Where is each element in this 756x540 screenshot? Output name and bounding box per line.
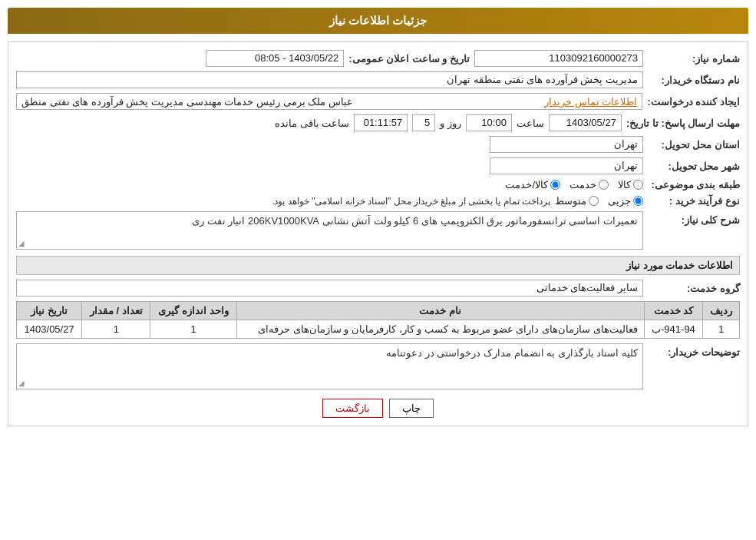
- noeFarayand-group: جزیی متوسط: [555, 195, 643, 207]
- ijadKonande-value: عباس ملک برمی رئیس خدمات مهندسی مدیریت پ…: [16, 93, 642, 110]
- ijadKonande-text: عباس ملک برمی رئیس خدمات مهندسی مدیریت پ…: [21, 96, 353, 108]
- page-header: جزئیات اطلاعات نیاز: [8, 8, 748, 34]
- ijadKonande-link[interactable]: اطلاعات تماس خریدار: [544, 96, 637, 108]
- cell-kodKhadamat: 941-94-ب: [644, 320, 703, 339]
- services-table: ردیف کد خدمت نام خدمت واحد اندازه گیری ت…: [16, 301, 740, 339]
- sharhKolli-value: تعمیرات اساسی ترانسفورماتور برق الکتروپم…: [16, 211, 643, 250]
- col-radif: ردیف: [703, 302, 740, 320]
- ostandMahal-value: تهران: [490, 136, 643, 153]
- cell-namKhadamat: فعالیت‌های سازمان‌های دارای عضو مربوط به…: [236, 320, 644, 339]
- cell-tedad: 1: [82, 320, 150, 339]
- mohlatIrsalPasokh-label: مهلت ارسال پاسخ: تا تاریخ:: [626, 118, 740, 129]
- mohlatSaat-value: 10:00: [466, 114, 512, 131]
- tabaqebandi-label: طبقه بندی موضوعی:: [648, 179, 740, 190]
- tawzih-label: توضیحات خریدار:: [648, 343, 740, 358]
- cell-radif: 1: [703, 320, 740, 339]
- namDastgah-label: نام دستگاه خریدار:: [648, 75, 740, 86]
- table-row: 1 941-94-ب فعالیت‌های سازمان‌های دارای ع…: [17, 320, 740, 339]
- mohlatBaqi-value: 01:11:57: [354, 114, 408, 131]
- gorohKhadamat-label: گروه خدمت:: [648, 283, 740, 294]
- shomareNiaz-label: شماره نیاز:: [648, 53, 740, 65]
- print-button[interactable]: چاپ: [389, 399, 434, 418]
- resize-handle-2: ◢: [18, 379, 25, 387]
- ostandMahal-label: استان محل تحویل:: [648, 139, 740, 151]
- col-vahed: واحد اندازه گیری: [150, 302, 236, 320]
- namDastgah-value: مدیریت پخش فرآورده های نفتی منطقه تهران: [16, 71, 643, 88]
- cell-tarikh: 1403/05/27: [17, 320, 82, 339]
- ijadKonande-label: ایجاد کننده درخواست:: [647, 96, 740, 108]
- mohlatRoz-label: روز و: [440, 118, 461, 129]
- mohlatSaat-label: ساعت: [517, 118, 544, 129]
- radio-khedmat[interactable]: خدمت: [569, 179, 609, 190]
- col-kodKhadamat: کد خدمت: [644, 302, 703, 320]
- tabaqebandi-group: کالا خدمت کالا/خدمت: [505, 179, 643, 190]
- gorohKhadamat-value: سایر فعالیت‌های خدماتی: [16, 280, 643, 297]
- noeFarayand-note: پرداخت تمام یا بخشی از مبلغ خریداز محل "…: [272, 196, 550, 207]
- mohlatRoz-value: 5: [412, 114, 435, 131]
- page-title: جزئیات اطلاعات نیاز: [329, 14, 427, 27]
- radio-kala-khedmat[interactable]: کالا/خدمت: [505, 179, 560, 190]
- col-tedad: تعداد / مقدار: [82, 302, 150, 320]
- tawzih-value: کلیه اسناد بارگذاری به انضمام مدارک درخو…: [16, 343, 643, 389]
- mohlatBaqi-label: ساعت باقی مانده: [275, 118, 349, 129]
- radio-motavasset[interactable]: متوسط: [555, 195, 599, 207]
- tarikh-value: 1403/05/22 - 08:05: [206, 50, 344, 67]
- tarikh-label: تاریخ و ساعت اعلان عمومی:: [348, 53, 470, 65]
- radio-jozi[interactable]: جزیی: [608, 195, 643, 207]
- noeFarayand-label: نوع فرآیند خرید :: [648, 195, 740, 207]
- col-namKhadamat: نام خدمت: [236, 302, 644, 320]
- radio-kala[interactable]: کالا: [618, 179, 643, 190]
- col-tarikh: تاریخ نیاز: [17, 302, 82, 320]
- sharhKolli-label: شرح کلی نیاز:: [648, 211, 740, 226]
- button-row: چاپ بازگشت: [16, 399, 740, 418]
- mohlatDate-value: 1403/05/27: [549, 114, 622, 131]
- shahrMahal-label: شهر محل تحویل:: [648, 161, 740, 172]
- back-button[interactable]: بازگشت: [322, 399, 383, 418]
- cell-vahed: 1: [150, 320, 236, 339]
- shahrMahal-value: تهران: [490, 157, 643, 174]
- resize-handle: ◢: [18, 239, 25, 247]
- khadamat-section-title: اطلاعات خدمات مورد نیاز: [16, 256, 740, 275]
- shomareNiaz-value: 1103092160000273: [474, 50, 643, 67]
